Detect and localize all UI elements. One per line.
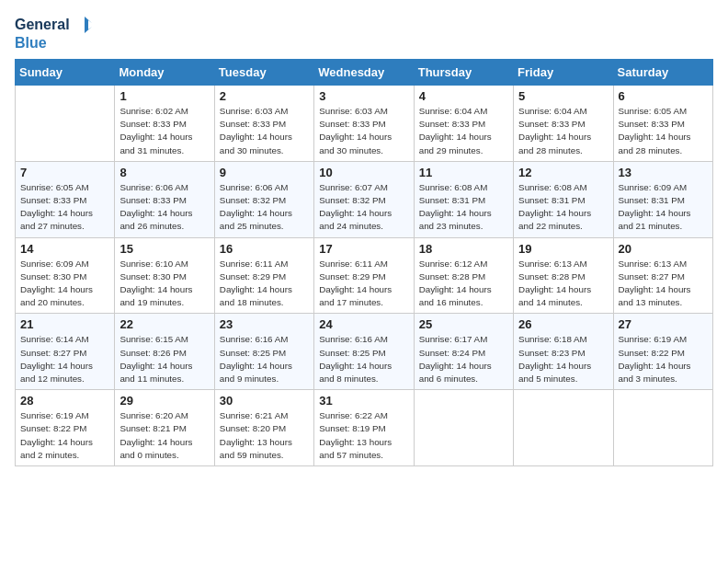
calendar-cell: 27Sunrise: 6:19 AMSunset: 8:22 PMDayligh… [613, 314, 712, 390]
calendar-cell: 25Sunrise: 6:17 AMSunset: 8:24 PMDayligh… [414, 314, 513, 390]
calendar-cell: 20Sunrise: 6:13 AMSunset: 8:27 PMDayligh… [613, 237, 712, 314]
weekday-header-row: SundayMondayTuesdayWednesdayThursdayFrid… [16, 60, 713, 86]
calendar-cell: 15Sunrise: 6:10 AMSunset: 8:30 PMDayligh… [115, 237, 214, 314]
day-number: 18 [419, 242, 508, 256]
weekday-header-monday: Monday [115, 60, 214, 86]
calendar-cell: 30Sunrise: 6:21 AMSunset: 8:20 PMDayligh… [214, 390, 313, 466]
day-info: Sunrise: 6:08 AMSunset: 8:31 PMDaylight:… [518, 181, 608, 234]
day-number: 3 [319, 89, 408, 103]
calendar-cell: 31Sunrise: 6:22 AMSunset: 8:19 PMDayligh… [314, 390, 414, 466]
day-info: Sunrise: 6:06 AMSunset: 8:32 PMDaylight:… [220, 181, 309, 234]
day-number: 30 [220, 394, 309, 408]
day-number: 21 [20, 317, 109, 331]
weekday-header-thursday: Thursday [414, 60, 513, 86]
calendar-cell: 6Sunrise: 6:05 AMSunset: 8:33 PMDaylight… [613, 86, 712, 162]
day-number: 26 [518, 317, 608, 331]
day-number: 2 [220, 89, 309, 103]
calendar-cell: 7Sunrise: 6:05 AMSunset: 8:33 PMDaylight… [16, 161, 115, 237]
weekday-header-friday: Friday [514, 60, 613, 86]
day-number: 31 [319, 394, 408, 408]
day-info: Sunrise: 6:18 AMSunset: 8:23 PMDaylight:… [518, 333, 608, 385]
day-info: Sunrise: 6:16 AMSunset: 8:25 PMDaylight:… [319, 333, 408, 385]
day-number: 28 [20, 394, 109, 408]
calendar-cell: 11Sunrise: 6:08 AMSunset: 8:31 PMDayligh… [414, 161, 513, 237]
day-info: Sunrise: 6:16 AMSunset: 8:25 PMDaylight:… [220, 333, 309, 385]
day-number: 20 [619, 242, 708, 256]
logo-blue: Blue [15, 35, 47, 52]
calendar-cell: 21Sunrise: 6:14 AMSunset: 8:27 PMDayligh… [16, 314, 115, 390]
calendar-cell: 19Sunrise: 6:13 AMSunset: 8:28 PMDayligh… [514, 237, 613, 314]
calendar-cell: 13Sunrise: 6:09 AMSunset: 8:31 PMDayligh… [613, 161, 712, 237]
day-number: 7 [20, 166, 109, 179]
day-number: 23 [220, 317, 309, 331]
calendar-cell: 24Sunrise: 6:16 AMSunset: 8:25 PMDayligh… [314, 314, 414, 390]
day-info: Sunrise: 6:05 AMSunset: 8:33 PMDaylight:… [20, 181, 109, 234]
day-info: Sunrise: 6:11 AMSunset: 8:29 PMDaylight:… [319, 258, 408, 310]
day-info: Sunrise: 6:20 AMSunset: 8:21 PMDaylight:… [119, 409, 209, 462]
calendar-cell [613, 390, 712, 466]
calendar-cell: 5Sunrise: 6:04 AMSunset: 8:33 PMDaylight… [514, 86, 613, 162]
weekday-header-wednesday: Wednesday [314, 60, 414, 86]
calendar-cell: 8Sunrise: 6:06 AMSunset: 8:33 PMDaylight… [115, 161, 214, 237]
calendar-cell [414, 390, 513, 466]
calendar-week-row: 1Sunrise: 6:02 AMSunset: 8:33 PMDaylight… [16, 86, 713, 162]
day-number: 8 [119, 166, 209, 179]
day-info: Sunrise: 6:06 AMSunset: 8:33 PMDaylight:… [119, 181, 209, 234]
weekday-header-tuesday: Tuesday [214, 60, 313, 86]
day-info: Sunrise: 6:07 AMSunset: 8:32 PMDaylight:… [319, 181, 408, 234]
calendar-cell: 12Sunrise: 6:08 AMSunset: 8:31 PMDayligh… [514, 161, 613, 237]
calendar-table: SundayMondayTuesdayWednesdayThursdayFrid… [15, 59, 713, 466]
calendar-cell: 14Sunrise: 6:09 AMSunset: 8:30 PMDayligh… [16, 237, 115, 314]
calendar-cell [16, 86, 115, 162]
calendar-cell: 2Sunrise: 6:03 AMSunset: 8:33 PMDaylight… [214, 86, 313, 162]
day-number: 16 [220, 242, 309, 256]
calendar-cell: 3Sunrise: 6:03 AMSunset: 8:33 PMDaylight… [314, 86, 414, 162]
day-info: Sunrise: 6:17 AMSunset: 8:24 PMDaylight:… [419, 333, 508, 385]
calendar-cell: 17Sunrise: 6:11 AMSunset: 8:29 PMDayligh… [314, 237, 414, 314]
day-number: 10 [319, 166, 408, 179]
day-info: Sunrise: 6:05 AMSunset: 8:33 PMDaylight:… [619, 105, 708, 157]
day-info: Sunrise: 6:04 AMSunset: 8:33 PMDaylight:… [518, 105, 608, 157]
calendar-cell: 18Sunrise: 6:12 AMSunset: 8:28 PMDayligh… [414, 237, 513, 314]
day-info: Sunrise: 6:19 AMSunset: 8:22 PMDaylight:… [20, 409, 109, 462]
day-number: 6 [619, 89, 708, 103]
day-number: 5 [518, 89, 608, 103]
day-number: 12 [518, 166, 608, 179]
calendar-cell: 9Sunrise: 6:06 AMSunset: 8:32 PMDaylight… [214, 161, 313, 237]
day-number: 14 [20, 242, 109, 256]
day-info: Sunrise: 6:21 AMSunset: 8:20 PMDaylight:… [220, 409, 309, 462]
day-info: Sunrise: 6:14 AMSunset: 8:27 PMDaylight:… [20, 333, 109, 385]
day-info: Sunrise: 6:09 AMSunset: 8:30 PMDaylight:… [20, 258, 109, 310]
logo-general: General [15, 17, 70, 33]
day-number: 15 [119, 242, 209, 256]
calendar-week-row: 14Sunrise: 6:09 AMSunset: 8:30 PMDayligh… [16, 237, 713, 314]
day-info: Sunrise: 6:11 AMSunset: 8:29 PMDaylight:… [220, 258, 309, 310]
calendar-cell: 16Sunrise: 6:11 AMSunset: 8:29 PMDayligh… [214, 237, 313, 314]
day-info: Sunrise: 6:09 AMSunset: 8:31 PMDaylight:… [619, 181, 708, 234]
calendar-cell: 4Sunrise: 6:04 AMSunset: 8:33 PMDaylight… [414, 86, 513, 162]
day-number: 4 [419, 89, 508, 103]
calendar-cell: 10Sunrise: 6:07 AMSunset: 8:32 PMDayligh… [314, 161, 414, 237]
calendar-week-row: 7Sunrise: 6:05 AMSunset: 8:33 PMDaylight… [16, 161, 713, 237]
day-number: 29 [119, 394, 209, 408]
day-number: 9 [220, 166, 309, 179]
logo-bird-icon [72, 15, 92, 35]
day-number: 17 [319, 242, 408, 256]
day-number: 1 [119, 89, 209, 103]
logo: General Blue [15, 15, 92, 52]
calendar-cell: 26Sunrise: 6:18 AMSunset: 8:23 PMDayligh… [514, 314, 613, 390]
day-info: Sunrise: 6:08 AMSunset: 8:31 PMDaylight:… [419, 181, 508, 234]
day-number: 27 [619, 317, 708, 331]
calendar-cell: 22Sunrise: 6:15 AMSunset: 8:26 PMDayligh… [115, 314, 214, 390]
calendar-cell [514, 390, 613, 466]
weekday-header-sunday: Sunday [16, 60, 115, 86]
day-info: Sunrise: 6:03 AMSunset: 8:33 PMDaylight:… [220, 105, 309, 157]
day-info: Sunrise: 6:13 AMSunset: 8:27 PMDaylight:… [619, 258, 708, 310]
day-info: Sunrise: 6:22 AMSunset: 8:19 PMDaylight:… [319, 409, 408, 462]
day-info: Sunrise: 6:02 AMSunset: 8:33 PMDaylight:… [119, 105, 209, 157]
day-info: Sunrise: 6:04 AMSunset: 8:33 PMDaylight:… [419, 105, 508, 157]
day-number: 24 [319, 317, 408, 331]
day-number: 11 [419, 166, 508, 179]
day-number: 19 [518, 242, 608, 256]
day-info: Sunrise: 6:13 AMSunset: 8:28 PMDaylight:… [518, 258, 608, 310]
